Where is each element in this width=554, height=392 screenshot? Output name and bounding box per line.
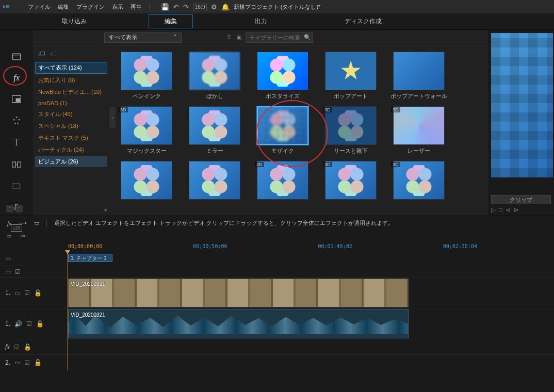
cat-prodad[interactable]: proDAD (1) xyxy=(35,99,107,108)
track-chapter: ▭ 1. チャプター 1 xyxy=(0,251,554,266)
mode-bar: 取り込み 編集 出力 ディスク作成 xyxy=(0,13,554,30)
effect-wreath[interactable]: 3Dリースと靴下 xyxy=(322,106,380,155)
video-track-icon[interactable]: ▭ xyxy=(14,289,20,297)
chapter-room-icon[interactable]: 123 xyxy=(11,224,22,232)
next-frame-icon[interactable]: ⊳ xyxy=(514,206,519,214)
track-visible-icon[interactable]: ☑ xyxy=(15,268,21,275)
effect-penink[interactable]: ペンインク xyxy=(118,52,175,100)
library-search[interactable]: 🔍 xyxy=(246,32,313,43)
title-room-icon[interactable]: T xyxy=(11,137,22,148)
mode-output[interactable]: 出力 xyxy=(239,15,283,28)
menu-edit[interactable]: 編集 xyxy=(58,3,69,11)
track-visible-icon[interactable]: ☑ xyxy=(26,320,32,328)
effect-popart[interactable]: ポップアート xyxy=(322,52,380,100)
transition-room-icon[interactable] xyxy=(11,159,22,170)
category-list: 🏷🏷 すべて表示 (124) お気に入り (0) NewBlue ビデオエ...… xyxy=(33,45,109,216)
timeline: ▭ ⇥⇤ 00;00;00;00 00;00;50;00 00;01;40;02… xyxy=(0,230,554,370)
track-lock-icon[interactable]: 🔓 xyxy=(24,344,31,351)
effect-posterize[interactable]: ポスタライズ xyxy=(254,52,312,100)
video-clip[interactable]: VID_20200321 xyxy=(68,279,409,307)
main-menu: ファイル 編集 プラグイン 表示 再生 xyxy=(28,3,142,11)
tc-1: 00;00;50;00 xyxy=(193,243,227,249)
save-icon[interactable]: 💾 xyxy=(161,3,169,11)
notification-icon[interactable]: 🔔 xyxy=(221,3,230,11)
effect-row3-2[interactable]: 3D xyxy=(254,161,312,200)
sidebar-collapse-down[interactable]: ˅ xyxy=(15,205,23,213)
settings-icon[interactable]: ⚙ xyxy=(211,3,217,11)
mode-import[interactable]: 取り込み xyxy=(46,15,102,28)
effect-blur[interactable]: ぼかし xyxy=(186,52,243,100)
detail-view-icon[interactable]: ▣ xyxy=(236,34,241,41)
aspect-ratio-dropdown[interactable]: 16:9 xyxy=(193,4,207,10)
pip-room-icon[interactable] xyxy=(11,94,22,104)
svg-rect-10 xyxy=(13,184,20,189)
video-track-icon[interactable]: ▭ xyxy=(14,359,20,366)
svg-point-7 xyxy=(17,123,19,124)
effect-popartwall[interactable]: ポップアートウォール xyxy=(390,52,448,100)
effect-row3-0[interactable] xyxy=(118,161,175,200)
effect-mosaic[interactable]: モザイク xyxy=(254,106,312,155)
chapter-marker[interactable]: 1. チャプター 1 xyxy=(68,254,112,262)
prev-frame-icon[interactable]: ⊲ xyxy=(506,206,511,214)
mode-edit[interactable]: 編集 xyxy=(149,14,193,28)
effect-mirror[interactable]: ミラー xyxy=(186,106,243,155)
svg-rect-2 xyxy=(16,99,20,102)
track-visible-icon[interactable]: ☑ xyxy=(24,289,30,297)
menu-view[interactable]: 表示 xyxy=(112,3,123,11)
particle-room-icon[interactable] xyxy=(11,116,22,126)
track-audio-1: 1.🔊☑🔓 VID_20200321 xyxy=(0,308,554,339)
tag-add-icon[interactable]: 🏷 xyxy=(50,50,57,58)
menu-plugin[interactable]: プラグイン xyxy=(76,3,105,11)
menu-file[interactable]: ファイル xyxy=(28,3,51,11)
effect-row3-4[interactable]: 3D xyxy=(390,161,448,200)
redo-icon[interactable]: ↷ xyxy=(183,3,189,11)
cat-newblue[interactable]: NewBlue ビデオエ... (10) xyxy=(35,87,107,97)
effect-magicstar[interactable]: 3Dマジックスター xyxy=(118,106,175,155)
svg-rect-9 xyxy=(18,162,21,167)
track-visible-icon[interactable]: ☑ xyxy=(24,359,30,366)
media-room-icon[interactable] xyxy=(11,52,22,62)
chapter-icon[interactable]: ▭ xyxy=(5,255,11,262)
menu-play[interactable]: 再生 xyxy=(131,3,142,11)
tag-icon[interactable]: 🏷 xyxy=(38,50,45,58)
playhead[interactable] xyxy=(68,251,68,370)
svg-rect-0 xyxy=(13,54,21,60)
stop-icon[interactable]: □ xyxy=(499,206,502,214)
cat-fav[interactable]: お気に入り (0) xyxy=(35,75,107,86)
fx-room-icon[interactable]: fx xyxy=(11,73,22,83)
track-video-2: 2.▭☑🔓 xyxy=(0,355,554,370)
audio-room-icon[interactable] xyxy=(11,181,22,191)
grid-view-icon[interactable]: ⠿ xyxy=(227,34,231,41)
effect-row3-1[interactable] xyxy=(186,161,243,200)
cat-special[interactable]: スペシャル (18) xyxy=(35,121,107,132)
effect-laser[interactable]: 3Dレーザー xyxy=(390,106,448,155)
effect-row3-3[interactable]: 3D xyxy=(322,161,380,200)
track-visible-icon[interactable]: ☑ xyxy=(14,344,20,351)
sidebar-collapse-up[interactable]: ˄ xyxy=(6,205,13,213)
cat-textmask[interactable]: テキスト マスク (5) xyxy=(35,133,107,143)
svg-point-6 xyxy=(14,123,16,124)
search-input[interactable] xyxy=(249,35,301,41)
audio-clip[interactable]: VID_20200321 xyxy=(68,309,409,338)
search-icon[interactable]: 🔍 xyxy=(304,34,311,41)
tl-tool-2[interactable]: ⇥⇤ xyxy=(19,233,28,239)
category-dropdown[interactable]: すべて表示˅ xyxy=(104,32,182,43)
catlist-menu-icon[interactable]: ▾ xyxy=(104,207,107,214)
tl-tool-1[interactable]: ▭ xyxy=(6,233,11,239)
track-lock-icon[interactable]: 🔓 xyxy=(36,320,44,328)
audio-track-icon[interactable]: 🔊 xyxy=(14,320,22,328)
track-lock-icon[interactable]: 🔓 xyxy=(34,359,42,366)
cat-all[interactable]: すべて表示 (124) xyxy=(35,62,107,74)
undo-icon[interactable]: ↶ xyxy=(173,3,179,11)
cat-style[interactable]: スタイル (40) xyxy=(35,109,107,120)
track-lock-icon[interactable]: 🔓 xyxy=(34,289,42,297)
cat-particle[interactable]: パーティクル (24) xyxy=(35,144,107,155)
clip-mode-button[interactable]: クリップ xyxy=(491,195,551,204)
tc-2: 00;01;40;02 xyxy=(318,243,352,249)
marker-icon[interactable]: ▭ xyxy=(5,268,11,275)
play-icon[interactable]: ▷ xyxy=(491,206,496,214)
mode-disc[interactable]: ディスク作成 xyxy=(329,15,397,28)
cat-visual[interactable]: ビジュアル (26) xyxy=(35,156,107,167)
collapse-sidebar-button[interactable]: ‹ xyxy=(109,107,116,128)
timeline-ruler[interactable]: 00;00;00;00 00;00;50;00 00;01;40;02 00;0… xyxy=(0,241,554,251)
